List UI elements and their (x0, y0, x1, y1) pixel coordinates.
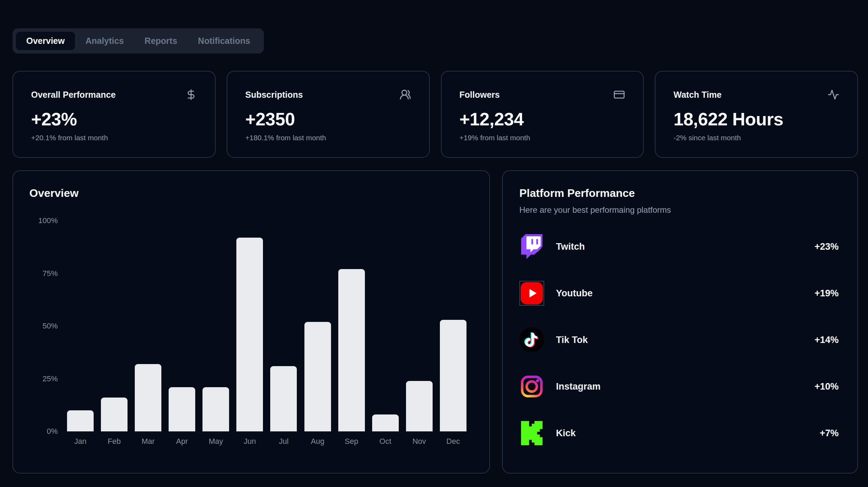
platform-delta: +7% (820, 428, 839, 439)
youtube-icon (519, 281, 544, 306)
chart-bar (338, 269, 365, 431)
chart-bar-column: Dec (440, 221, 466, 431)
stat-subtext: +20.1% from last month (31, 134, 197, 142)
chart-bar (202, 387, 229, 431)
stat-title: Followers (460, 90, 500, 100)
platform-row-instagram: Instagram +10% (519, 374, 839, 399)
stat-subtext: +180.1% from last month (245, 134, 411, 142)
platform-list: Twitch +23% Youtube +19% (519, 234, 839, 446)
users-icon (399, 89, 411, 101)
tab-overview[interactable]: Overview (16, 32, 75, 50)
chart-bar (270, 366, 297, 431)
stat-card-followers: Followers +12,234 +19% from last month (441, 71, 644, 158)
chart-bar (440, 320, 466, 431)
x-axis-label: Dec (440, 437, 466, 446)
stat-card-watch-time: Watch Time 18,622 Hours -2% since last m… (655, 71, 858, 158)
chart-bar (304, 322, 331, 431)
chart-bar-column: Jan (67, 221, 94, 431)
platform-row-kick: Kick +7% (519, 421, 839, 446)
x-axis-label: Mar (135, 437, 161, 446)
tab-reports[interactable]: Reports (134, 32, 187, 50)
chart-bar-column: May (202, 221, 229, 431)
panels-row: Overview 0%25%50%75%100% JanFebMarAprMay… (12, 170, 858, 474)
y-axis-label: 0% (47, 427, 58, 436)
platform-delta: +19% (814, 288, 839, 299)
x-axis-label: Nov (406, 437, 433, 446)
stat-title: Overall Performance (31, 90, 116, 100)
platform-name: Twitch (556, 241, 585, 252)
instagram-icon (519, 374, 544, 399)
credit-card-icon (613, 89, 625, 101)
x-axis-label: Sep (338, 437, 365, 446)
y-axis-label: 75% (43, 269, 58, 278)
platform-row-tiktok: Tik Tok +14% (519, 327, 839, 352)
x-axis-label: May (202, 437, 229, 446)
tab-bar: Overview Analytics Reports Notifications (12, 28, 264, 54)
chart-bar (372, 414, 399, 431)
stat-value: 18,622 Hours (673, 109, 839, 130)
chart-bar-column: Nov (406, 221, 433, 431)
tiktok-icon (519, 327, 544, 352)
dashboard-page: Overview Analytics Reports Notifications… (0, 0, 868, 474)
overview-chart-panel: Overview 0%25%50%75%100% JanFebMarAprMay… (12, 170, 490, 474)
x-axis-label: Apr (169, 437, 195, 446)
stat-card-overall-performance: Overall Performance +23% +20.1% from las… (12, 71, 216, 158)
dollar-sign-icon (185, 89, 197, 101)
platform-performance-panel: Platform Performance Here are your best … (502, 170, 858, 474)
x-axis-label: Feb (101, 437, 128, 446)
platform-row-twitch: Twitch +23% (519, 234, 839, 259)
chart-bar-column: Mar (135, 221, 161, 431)
activity-icon (828, 89, 839, 101)
chart-bar-column: Oct (372, 221, 399, 431)
chart-bar (236, 238, 263, 431)
platform-name: Youtube (556, 288, 593, 299)
chart-bar-column: Aug (304, 221, 331, 431)
chart-bar-column: Jul (270, 221, 297, 431)
tab-notifications[interactable]: Notifications (188, 32, 261, 50)
chart-bar (406, 381, 433, 431)
stat-card-subscriptions: Subscriptions +2350 +180.1% from last mo… (227, 71, 430, 158)
y-axis-label: 25% (43, 374, 58, 383)
kick-icon (519, 421, 544, 446)
stat-subtext: +19% from last month (460, 134, 625, 142)
platform-name: Tik Tok (556, 335, 588, 345)
platform-row-youtube: Youtube +19% (519, 281, 839, 306)
chart-bar-column: Sep (338, 221, 365, 431)
y-axis-label: 50% (43, 322, 58, 331)
stat-value: +12,234 (460, 109, 625, 130)
chart-bar (101, 398, 128, 431)
chart-bar-column: Jun (236, 221, 263, 431)
stat-title: Watch Time (673, 90, 721, 100)
chart-bar (169, 387, 195, 431)
stat-value: +23% (31, 109, 197, 130)
chart-y-axis: 0%25%50%75%100% (13, 221, 58, 431)
stat-value: +2350 (245, 109, 411, 130)
x-axis-label: Jul (270, 437, 297, 446)
chart-bars: JanFebMarAprMayJunJulAugSepOctNovDec (67, 221, 466, 431)
platform-panel-subtitle: Here are your best performaing platforms (519, 205, 839, 215)
platform-delta: +10% (814, 381, 839, 392)
twitch-icon (519, 234, 544, 259)
x-axis-label: Jun (236, 437, 263, 446)
platform-name: Kick (556, 428, 576, 439)
stat-cards-row: Overall Performance +23% +20.1% from las… (12, 71, 858, 158)
platform-panel-title: Platform Performance (519, 187, 839, 200)
chart-bar (135, 364, 161, 431)
x-axis-label: Oct (372, 437, 399, 446)
chart-bar (67, 410, 94, 431)
chart-bar-column: Feb (101, 221, 128, 431)
x-axis-label: Aug (304, 437, 331, 446)
platform-delta: +23% (814, 241, 839, 252)
stat-subtext: -2% since last month (673, 134, 839, 142)
tab-analytics[interactable]: Analytics (75, 32, 134, 50)
x-axis-label: Jan (67, 437, 94, 446)
y-axis-label: 100% (38, 216, 58, 225)
stat-title: Subscriptions (245, 90, 303, 100)
chart-title: Overview (13, 171, 489, 200)
platform-delta: +14% (814, 335, 839, 345)
platform-name: Instagram (556, 381, 601, 392)
chart-bar-column: Apr (169, 221, 195, 431)
